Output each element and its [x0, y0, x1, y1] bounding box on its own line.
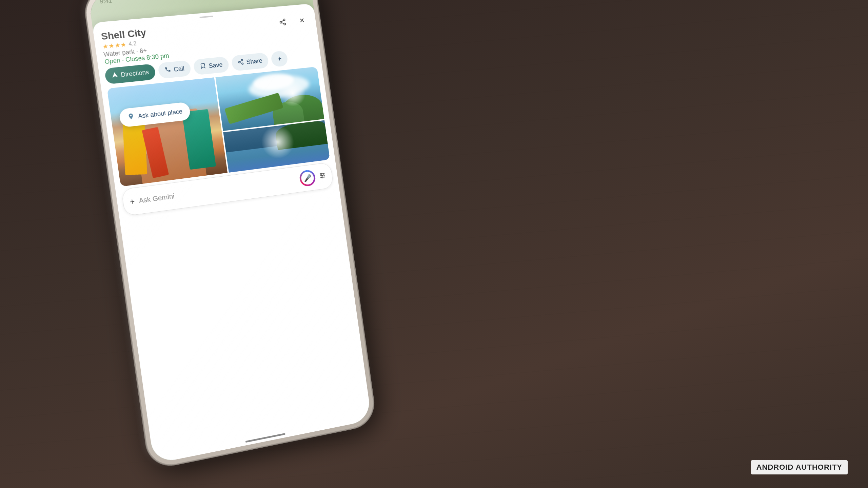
share-action-icon: [237, 59, 244, 67]
directions-label: Directions: [120, 69, 150, 79]
watermark-text: ANDROID AUTHORITY: [756, 463, 842, 471]
call-icon: [164, 66, 172, 74]
gemini-tune-button[interactable]: [318, 171, 327, 181]
gemini-plus-button[interactable]: +: [129, 196, 136, 207]
call-button[interactable]: Call: [157, 60, 192, 79]
svg-line-11: [240, 62, 242, 63]
photo-main[interactable]: [107, 77, 228, 187]
location-pin-icon: [127, 113, 135, 122]
close-icon-button[interactable]: [294, 13, 310, 28]
gemini-mic-button[interactable]: [299, 169, 316, 187]
save-icon: [199, 62, 206, 71]
svg-line-12: [240, 60, 241, 61]
svg-line-3: [282, 22, 284, 24]
home-indicator: [245, 433, 285, 443]
share-icon-button[interactable]: [275, 14, 291, 30]
svg-point-18: [320, 173, 322, 175]
share-button[interactable]: Share: [231, 52, 269, 71]
watermark: ANDROID AUTHORITY: [751, 460, 848, 474]
photo-top-right[interactable]: [215, 66, 324, 131]
ask-tooltip-text: Ask about place: [138, 108, 183, 120]
share-label: Share: [246, 57, 263, 65]
more-button[interactable]: +: [271, 51, 289, 67]
svg-point-2: [284, 23, 286, 25]
rating-value: 4.2: [128, 40, 137, 47]
directions-icon: [111, 71, 119, 80]
svg-line-4: [281, 20, 283, 22]
svg-point-19: [323, 175, 324, 176]
save-label: Save: [208, 61, 223, 70]
svg-point-20: [321, 177, 323, 178]
header-icon-buttons: [275, 13, 310, 30]
more-label: +: [277, 54, 282, 63]
call-label: Call: [173, 65, 185, 73]
save-button[interactable]: Save: [193, 56, 230, 75]
svg-line-14: [307, 181, 309, 181]
svg-point-10: [242, 63, 243, 64]
svg-marker-7: [112, 72, 118, 78]
drag-handle[interactable]: [199, 16, 213, 18]
